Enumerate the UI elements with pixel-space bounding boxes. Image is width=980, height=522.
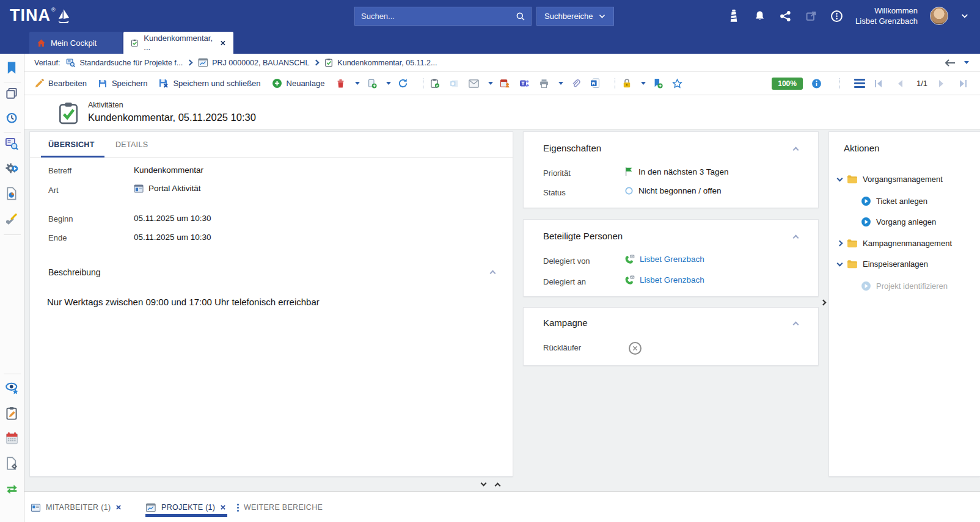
last-page-button[interactable] xyxy=(957,78,968,89)
field-value[interactable]: Kundenkommentar xyxy=(134,165,203,175)
print-dropdown-caret-icon[interactable] xyxy=(558,82,563,85)
tab-uebersicht[interactable]: ÜBERSICHT xyxy=(48,132,95,158)
expand-bottom-panel-icon[interactable] xyxy=(495,483,501,489)
tree-node-vorgangsmanagement[interactable]: Vorgangsmanagement xyxy=(838,175,943,184)
report-document-icon[interactable] xyxy=(5,187,20,201)
favorite-star-button[interactable] xyxy=(672,78,682,89)
lighthouse-icon[interactable] xyxy=(727,9,740,23)
bottom-tab-mitarbeiter[interactable]: MITARBEITER (1) xyxy=(31,492,122,522)
appointment-button[interactable] xyxy=(500,78,510,89)
bookmark-icon[interactable] xyxy=(5,61,20,76)
top-bar: TINA ® Suchbereiche Willkommen xyxy=(0,0,980,32)
user-avatar[interactable] xyxy=(930,7,948,25)
notes-clipboard-icon[interactable] xyxy=(5,407,20,421)
next-page-button[interactable] xyxy=(936,78,946,89)
breadcrumb-item-search[interactable]: Standardsuche für Projekte f... xyxy=(66,58,183,68)
search-monitor-icon[interactable] xyxy=(5,137,20,151)
tree-expand-icon[interactable] xyxy=(837,175,843,181)
history-clock-icon[interactable] xyxy=(5,111,20,126)
history-dropdown-caret-icon[interactable] xyxy=(964,61,969,64)
tree-expand-icon[interactable] xyxy=(837,260,843,266)
document-settings-icon[interactable] xyxy=(5,457,20,471)
edit-button[interactable]: Bearbeiten xyxy=(34,79,87,89)
delete-dropdown-caret-icon[interactable] xyxy=(355,82,360,85)
word-export-button[interactable] xyxy=(590,78,600,89)
user-menu-chevron-icon[interactable] xyxy=(960,9,969,23)
tree-expand-icon[interactable] xyxy=(837,241,843,247)
priority-text: In den nächsten 3 Tagen xyxy=(638,167,729,176)
status-value[interactable]: Nicht begonnen / offen xyxy=(624,186,722,195)
search-icon[interactable] xyxy=(514,10,527,23)
windows-copy-icon[interactable] xyxy=(5,87,20,101)
bottom-tab-weitere-bereiche[interactable]: WEITERE BEREICHE xyxy=(237,492,323,522)
tab-details[interactable]: DETAILS xyxy=(115,132,148,158)
refresh-button[interactable] xyxy=(398,78,408,89)
close-icon[interactable] xyxy=(115,504,122,510)
attachment-button[interactable] xyxy=(570,78,580,89)
delete-button[interactable] xyxy=(335,78,346,89)
permissions-button[interactable] xyxy=(621,78,632,89)
share-icon[interactable] xyxy=(778,9,792,23)
delegated-from-link[interactable]: Lisbet Grenzbach xyxy=(640,255,704,264)
close-icon[interactable] xyxy=(220,504,226,510)
bottom-tab-projekte[interactable]: PROJEKTE (1) xyxy=(145,492,226,522)
toolbar-separator xyxy=(423,78,423,89)
history-back-icon[interactable] xyxy=(945,59,956,67)
collapse-people-icon[interactable] xyxy=(793,235,799,241)
teams-button[interactable] xyxy=(519,78,530,89)
add-bookmark-button[interactable] xyxy=(653,78,663,89)
tree-node-kampagnenmanagement[interactable]: Kampagnenmanagement xyxy=(838,239,952,248)
action-vorgang-anlegen[interactable]: Vorgang anlegen xyxy=(861,217,936,227)
calendar-icon[interactable] xyxy=(5,431,20,446)
breadcrumb-item-project[interactable]: PRJ 0000002, BAUANSCHL xyxy=(198,58,309,67)
logo-text: TINA xyxy=(10,5,51,26)
collapse-description-icon[interactable] xyxy=(490,270,496,277)
page-indicator: 1/1 xyxy=(916,79,927,88)
delegated-to-link[interactable]: Lisbet Grenzbach xyxy=(640,275,704,285)
tab-kundenkommentar[interactable]: Kundenkommentar, ... xyxy=(123,32,233,54)
zoom-badge[interactable]: 100% xyxy=(772,78,803,90)
field-value[interactable]: 05.11.2025 um 10:30 xyxy=(134,214,211,223)
record-title: Kundenkommentar, 05.11.2025 10:30 xyxy=(88,112,256,123)
sync-arrows-icon[interactable] xyxy=(5,482,20,497)
complete-activity-button[interactable] xyxy=(430,78,440,89)
search-input[interactable] xyxy=(355,12,514,21)
search-scopes-dropdown[interactable]: Suchbereiche xyxy=(536,7,614,26)
collapse-bottom-panel-icon[interactable] xyxy=(481,480,487,487)
help-more-icon[interactable] xyxy=(830,9,843,23)
notifications-bell-icon[interactable] xyxy=(753,9,766,23)
new-label: Neuanlage xyxy=(287,79,325,88)
active-bottom-tab-underline xyxy=(145,514,227,517)
breadcrumb-item-activity[interactable]: Kundenkommentar, 05.11.2... xyxy=(324,58,437,67)
save-close-button[interactable]: Speichern und schließen xyxy=(158,78,260,89)
save-button[interactable]: Speichern xyxy=(98,79,148,89)
info-button[interactable] xyxy=(811,78,822,89)
collapse-properties-icon[interactable] xyxy=(793,147,799,153)
send-email-button[interactable] xyxy=(469,78,479,89)
close-icon[interactable] xyxy=(220,40,226,46)
print-button[interactable] xyxy=(539,78,549,89)
collapse-campaign-icon[interactable] xyxy=(793,322,799,328)
bottom-tab-label: MITARBEITER (1) xyxy=(46,503,111,512)
first-page-button[interactable] xyxy=(874,78,884,89)
delegated-from-value: Lisbet Grenzbach xyxy=(624,255,704,264)
collapse-actions-panel-icon[interactable] xyxy=(821,300,827,306)
copy-dropdown-caret-icon[interactable] xyxy=(386,82,391,85)
menu-button[interactable] xyxy=(854,79,865,88)
tree-node-einspeiseranlagen[interactable]: Einspeiseranlagen xyxy=(838,259,928,269)
field-value[interactable]: Portal Aktivität xyxy=(134,184,201,193)
permissions-dropdown-caret-icon[interactable] xyxy=(641,82,646,85)
new-record-button[interactable]: Neuanlage xyxy=(272,78,325,89)
tools-icon[interactable] xyxy=(5,211,20,226)
priority-value[interactable]: In den nächsten 3 Tagen xyxy=(624,167,729,176)
action-ticket-anlegen[interactable]: Ticket anlegen xyxy=(861,196,927,206)
process-gear-icon[interactable] xyxy=(5,161,20,176)
email-dropdown-caret-icon[interactable] xyxy=(488,82,493,85)
description-text[interactable]: Nur Werktags zwischen 09:00 und 17:00 Uh… xyxy=(47,297,493,307)
field-value[interactable]: 05.11.2025 um 10:30 xyxy=(134,233,211,242)
tab-mein-cockpit[interactable]: Mein Cockpit xyxy=(29,32,122,54)
prev-page-button[interactable] xyxy=(895,78,905,89)
copy-new-button[interactable] xyxy=(367,78,377,89)
watchlist-eye-icon[interactable] xyxy=(5,381,20,396)
contact-phone-icon xyxy=(624,275,635,285)
